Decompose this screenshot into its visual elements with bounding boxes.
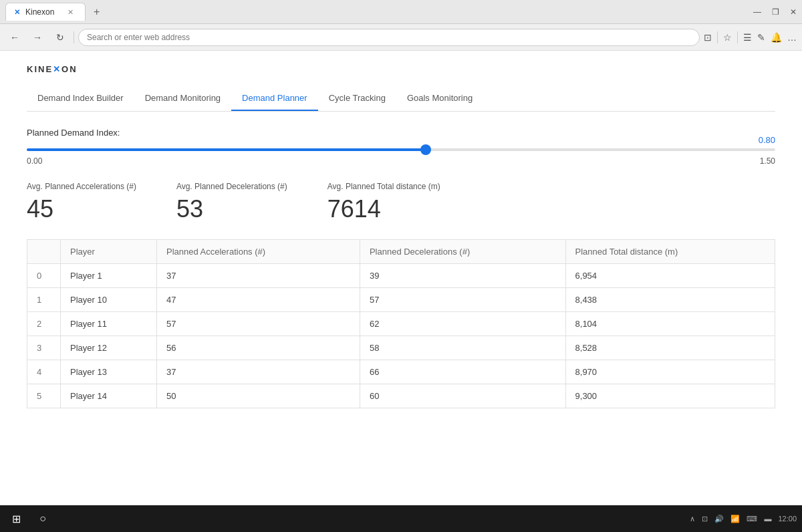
cortana-button[interactable]: ○ [32,508,53,529]
notifications-icon[interactable]: 🔔 [771,32,782,43]
icon-divider [717,31,718,43]
new-tab-button[interactable]: + [88,3,105,21]
cell-index: 1 [27,288,61,312]
start-button[interactable]: ⊞ [5,508,27,529]
app-container: KINE✕ON Demand Index Builder Demand Moni… [0,51,802,505]
table-row: 3 Player 12 56 58 8,528 [27,336,775,360]
browser-titlebar: ✕ Kinexon ✕ + — ❐ ✕ [0,0,802,24]
toolbar-divider [74,31,74,43]
tray-keyboard-icon[interactable]: ⌨ [747,515,757,523]
slider-section: Planned Demand Index: 0.80 0.00 1.50 [27,128,775,166]
metric-dec-value: 53 [176,195,287,223]
close-button[interactable]: ✕ [790,7,797,17]
cell-acc: 47 [156,288,360,312]
favorites-icon[interactable]: ☆ [723,32,732,43]
tab-favicon: ✕ [14,8,20,17]
slider-value: 0.80 [759,135,775,145]
table-header-row: Player Planned Accelerations (#) Planned… [27,240,775,264]
col-dec: Planned Decelerations (#) [360,240,565,264]
tray-network-icon[interactable]: ⊡ [702,515,708,523]
tray-volume-icon[interactable]: 🔊 [714,515,724,523]
nav-tabs: Demand Index Builder Demand Monitoring D… [27,86,775,112]
tray-wifi-icon[interactable]: 📶 [730,515,740,523]
cell-index: 3 [27,336,61,360]
table-row: 5 Player 14 50 60 9,300 [27,384,775,408]
cell-dist: 9,300 [565,384,775,408]
cell-acc: 37 [156,360,360,384]
metric-acc-value: 45 [27,195,136,223]
table-row: 0 Player 1 37 39 6,954 [27,264,775,288]
cell-acc: 57 [156,312,360,336]
col-dist: Planned Total distance (m) [565,240,775,264]
icon-divider2 [737,31,738,43]
cell-index: 4 [27,360,61,384]
table-row: 4 Player 13 37 66 8,970 [27,360,775,384]
tray-chevron-icon[interactable]: ∧ [690,515,695,523]
slider-label: Planned Demand Index: [27,128,775,138]
cell-index: 5 [27,384,61,408]
slider-range: 0.00 1.50 [27,156,775,166]
restore-button[interactable]: ❐ [772,7,779,17]
reading-view-icon[interactable]: ⊡ [704,32,712,43]
back-button[interactable]: ← [5,28,24,47]
metric-dec-label: Avg. Planned Decelerations (#) [176,182,287,191]
hub-icon[interactable]: ☰ [743,32,752,43]
cell-dec: 58 [360,336,565,360]
notes-icon[interactable]: ✎ [757,32,765,43]
page-content: KINE✕ON Demand Index Builder Demand Moni… [0,51,802,505]
tray-battery-icon[interactable]: ▬ [764,515,771,523]
cell-acc: 50 [156,384,360,408]
tab-title: Kinexon [25,7,54,17]
slider-fill [27,148,426,151]
table-container: Player Planned Accelerations (#) Planned… [27,239,775,408]
toolbar-icons: ⊡ ☆ ☰ ✎ 🔔 … [704,31,797,43]
cell-dist: 6,954 [565,264,775,288]
cell-acc: 37 [156,264,360,288]
cell-dec: 60 [360,384,565,408]
cell-player: Player 1 [61,264,157,288]
tray-time: 12:00 [778,515,797,523]
player-table: Player Planned Accelerations (#) Planned… [27,239,775,408]
tab-demand-planner[interactable]: Demand Planner [231,86,318,111]
forward-button[interactable]: → [28,28,47,47]
cell-index: 0 [27,264,61,288]
metric-dist-value: 7614 [327,195,440,223]
minimize-button[interactable]: — [753,7,761,17]
tab-cycle-tracking[interactable]: Cycle Tracking [318,86,396,111]
browser-tab[interactable]: ✕ Kinexon ✕ [5,3,86,21]
tab-demand-index-builder[interactable]: Demand Index Builder [27,86,134,111]
tab-demand-monitoring[interactable]: Demand Monitoring [134,86,231,111]
app-logo: KINE✕ON [27,64,775,74]
tab-goals-monitoring[interactable]: Goals Monitoring [396,86,483,111]
refresh-button[interactable]: ↻ [51,28,70,47]
more-icon[interactable]: … [787,32,797,43]
cell-dec: 39 [360,264,565,288]
col-acc: Planned Accelerations (#) [156,240,360,264]
slider-track [27,148,775,151]
cell-dist: 8,970 [565,360,775,384]
cell-dec: 62 [360,312,565,336]
cell-dist: 8,438 [565,288,775,312]
cell-player: Player 14 [61,384,157,408]
metric-acc-label: Avg. Planned Accelerations (#) [27,182,136,191]
col-index [27,240,61,264]
address-bar[interactable] [78,29,700,46]
table-row: 2 Player 11 57 62 8,104 [27,312,775,336]
metric-decelerations: Avg. Planned Decelerations (#) 53 [176,182,287,223]
slider-container: 0.80 0.00 1.50 [27,148,775,166]
cell-player: Player 12 [61,336,157,360]
slider-thumb[interactable] [420,144,431,155]
cell-dist: 8,528 [565,336,775,360]
tab-close-icon[interactable]: ✕ [68,8,74,17]
cell-acc: 56 [156,336,360,360]
metric-dist-label: Avg. Planned Total distance (m) [327,182,440,191]
system-tray: ∧ ⊡ 🔊 📶 ⌨ ▬ 12:00 [690,515,797,523]
metrics-row: Avg. Planned Accelerations (#) 45 Avg. P… [27,182,775,223]
logo-x: ✕ [53,64,61,74]
taskbar: ⊞ ○ ∧ ⊡ 🔊 📶 ⌨ ▬ 12:00 [0,505,802,532]
cell-player: Player 11 [61,312,157,336]
cell-dist: 8,104 [565,312,775,336]
metric-distance: Avg. Planned Total distance (m) 7614 [327,182,440,223]
metric-accelerations: Avg. Planned Accelerations (#) 45 [27,182,136,223]
browser-toolbar: ← → ↻ ⊡ ☆ ☰ ✎ 🔔 … [0,24,802,51]
